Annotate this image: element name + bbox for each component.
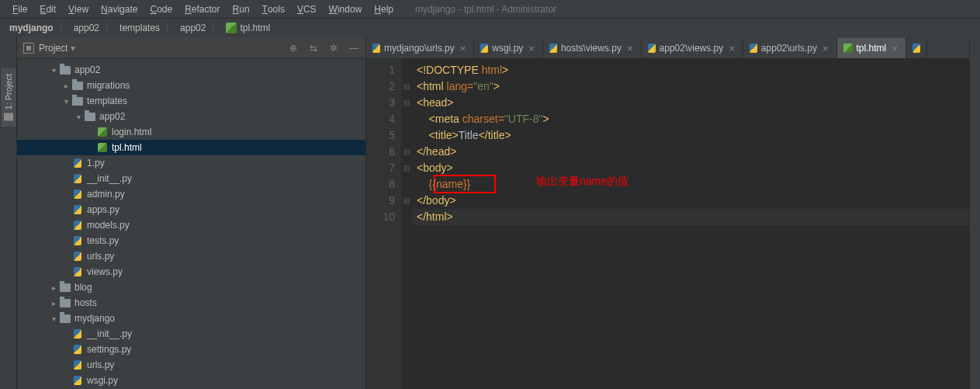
editor-tab[interactable]: tpl.html× <box>837 38 906 58</box>
close-icon[interactable]: × <box>459 43 468 54</box>
tree-node-templates[interactable]: ▾templates <box>17 93 365 109</box>
editor-tab[interactable]: app02\urls.py× <box>743 38 837 58</box>
tree-node-hosts[interactable]: ▸hosts <box>17 295 365 311</box>
code-line[interactable]: </head> <box>417 144 969 160</box>
menu-view[interactable]: View <box>62 0 95 19</box>
py-file-icon <box>480 43 488 53</box>
project-tree[interactable]: ▾app02▸migrations▾templates▾app02login.h… <box>17 59 365 389</box>
hide-panel-icon[interactable]: — <box>348 43 359 54</box>
line-number: 1 <box>366 62 395 78</box>
breadcrumb-item[interactable]: app02 <box>71 23 102 33</box>
code-line[interactable]: <title>Title</title> <box>417 127 969 144</box>
project-vertical-tab[interactable]: 1: Project <box>2 68 16 126</box>
breadcrumb-item[interactable]: mydjango <box>6 23 57 33</box>
code-line[interactable]: <!DOCTYPE html> <box>417 62 969 78</box>
settings-gear-icon[interactable]: ✲ <box>328 43 339 54</box>
breadcrumb-item[interactable]: app02 <box>177 23 209 33</box>
tree-node-settings-py[interactable]: settings.py <box>17 342 365 357</box>
fold-column[interactable]: ⊟⊟⊟⊟⊟ <box>401 59 412 389</box>
tree-node-blog[interactable]: ▸blog <box>17 280 365 295</box>
py-icon <box>71 158 84 168</box>
project-dropdown[interactable]: Project <box>39 43 75 54</box>
collapse-all-icon[interactable]: ⇆ <box>308 43 319 54</box>
tree-arrow-icon[interactable]: ▸ <box>48 299 59 307</box>
fold-marker <box>401 209 412 225</box>
code-line[interactable]: {{name}} <box>417 176 969 193</box>
close-icon[interactable]: × <box>527 43 536 54</box>
py-icon <box>71 376 84 385</box>
tree-node---init---py[interactable]: __init__.py <box>17 326 365 342</box>
tree-node---init---py[interactable]: __init__.py <box>17 171 365 186</box>
tree-node-login-html[interactable]: login.html <box>17 124 365 140</box>
py-file-icon <box>912 43 920 53</box>
tree-node-views-py[interactable]: views.py <box>17 264 365 280</box>
line-gutter: 12345678910 <box>366 59 401 389</box>
tree-arrow-icon[interactable]: ▾ <box>61 97 71 106</box>
tree-node-mydjango[interactable]: ▾mydjango <box>17 311 365 326</box>
breadcrumb-separator: 〉 <box>163 21 177 35</box>
tree-label: mydjango <box>74 313 115 324</box>
line-number: 5 <box>366 127 395 144</box>
editor-tab[interactable]: wsgi.py× <box>474 38 543 58</box>
menu-edit[interactable]: Edit <box>33 0 62 19</box>
breadcrumb-item[interactable]: templates <box>116 23 163 33</box>
html-icon <box>96 143 109 152</box>
close-icon[interactable]: × <box>727 43 736 54</box>
editor-tab[interactable]: mydjango\urls.py× <box>366 38 474 58</box>
tree-node-tpl-html[interactable]: tpl.html <box>17 140 365 155</box>
close-icon[interactable]: × <box>625 43 635 54</box>
tree-arrow-icon[interactable]: ▸ <box>48 283 59 292</box>
menu-refactor[interactable]: Refactor <box>178 0 226 19</box>
tree-label: migrations <box>87 80 130 91</box>
menu-help[interactable]: Help <box>368 0 400 19</box>
tree-arrow-icon[interactable]: ▾ <box>48 66 59 75</box>
tree-label: views.py <box>87 266 123 277</box>
code-line[interactable]: <meta charset="UTF-8"> <box>417 111 969 127</box>
fold-marker[interactable]: ⊟ <box>401 144 412 160</box>
tree-node-admin-py[interactable]: admin.py <box>17 186 365 202</box>
fold-marker[interactable]: ⊟ <box>401 78 412 95</box>
tree-arrow-icon[interactable]: ▸ <box>61 82 71 90</box>
tree-node-urls-py[interactable]: urls.py <box>17 248 365 264</box>
menu-navigate[interactable]: Navigate <box>95 0 144 19</box>
tree-node-app02[interactable]: ▾app02 <box>17 109 365 124</box>
editor-tab[interactable]: app02\views.py× <box>642 38 743 58</box>
tree-arrow-icon[interactable]: ▾ <box>73 113 84 121</box>
close-icon[interactable]: × <box>890 43 899 54</box>
code-line[interactable]: </body> <box>417 193 969 209</box>
tree-node-migrations[interactable]: ▸migrations <box>17 78 365 93</box>
py-file-icon <box>549 43 557 53</box>
code-area[interactable]: 12345678910 ⊟⊟⊟⊟⊟ <!DOCTYPE html><html l… <box>366 59 969 389</box>
code-line[interactable]: <html lang="en"> <box>417 78 969 95</box>
editor-tab[interactable]: hosts\views.py× <box>543 38 642 58</box>
close-icon[interactable]: × <box>821 43 830 54</box>
tree-node-tests-py[interactable]: tests.py <box>17 233 365 248</box>
code-line[interactable]: <head> <box>417 95 969 111</box>
line-number: 6 <box>366 144 395 160</box>
fold-marker[interactable]: ⊟ <box>401 160 412 176</box>
code-content[interactable]: <!DOCTYPE html><html lang="en"><head> <m… <box>412 59 969 389</box>
code-line[interactable]: <body> <box>417 160 969 176</box>
tree-node-app02[interactable]: ▾app02 <box>17 62 365 78</box>
tree-arrow-icon[interactable]: ▾ <box>48 314 59 323</box>
tree-node-wsgi-py[interactable]: wsgi.py <box>17 373 365 388</box>
tree-node-apps-py[interactable]: apps.py <box>17 202 365 217</box>
editor-tab-overflow[interactable] <box>906 38 927 58</box>
menu-window[interactable]: Window <box>323 0 369 19</box>
fold-marker[interactable]: ⊟ <box>401 95 412 111</box>
menu-code[interactable]: Code <box>144 0 178 19</box>
tree-node-urls-py[interactable]: urls.py <box>17 357 365 373</box>
menu-tools[interactable]: Tools <box>256 0 291 19</box>
menu-run[interactable]: Run <box>227 0 256 19</box>
breadcrumb-item[interactable]: tpl.html <box>223 23 273 33</box>
fold-marker[interactable]: ⊟ <box>401 193 412 209</box>
project-view-icon[interactable] <box>23 43 34 54</box>
folder-icon <box>59 283 71 292</box>
tree-node-models-py[interactable]: models.py <box>17 217 365 233</box>
tree-label: __init__.py <box>87 328 132 339</box>
breadcrumb-separator: 〉 <box>102 21 116 35</box>
menu-vcs[interactable]: VCS <box>291 0 323 19</box>
menu-file[interactable]: File <box>6 0 33 19</box>
tree-node-1-py[interactable]: 1.py <box>17 155 365 171</box>
scroll-from-source-icon[interactable]: ⊕ <box>288 43 299 54</box>
